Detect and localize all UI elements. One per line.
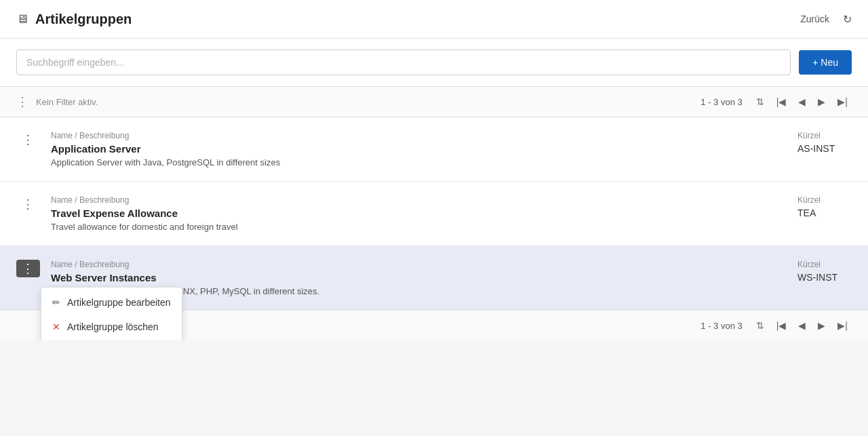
item-description: Application Server with Java, PostgreSQL… (51, 157, 770, 167)
bottom-prev-page-icon[interactable]: ◀ (794, 317, 810, 334)
bottom-last-page-icon[interactable]: ▶| (833, 317, 852, 334)
item-badge-area: Kürzel WS-INST (770, 260, 852, 283)
edit-menu-item[interactable]: ✏ Artikelgruppe bearbeiten (41, 290, 182, 315)
row-menu-button[interactable]: ⋮ (16, 260, 40, 277)
search-bar: + Neu (0, 39, 868, 87)
badge-label: Kürzel (797, 131, 852, 140)
badge-value: WS-INST (797, 272, 852, 283)
col-label: Name / Beschreibung (51, 195, 770, 205)
row-menu-button[interactable]: ⋮ (16, 131, 40, 148)
item-content: Name / Beschreibung Travel Expense Allow… (51, 195, 770, 232)
bottom-sort-icon[interactable]: ⇅ (752, 317, 768, 334)
item-description: Travel allowance for domestic and foreig… (51, 222, 770, 232)
badge-value: TEA (797, 207, 852, 218)
item-name: Application Server (51, 143, 770, 155)
context-menu: ✏ Artikelgruppe bearbeiten ✕ Artikelgrup… (41, 287, 182, 340)
item-badge-area: Kürzel AS-INST (770, 131, 852, 154)
delete-menu-item[interactable]: ✕ Artikelgruppe löschen (41, 315, 182, 339)
bottom-first-page-icon[interactable]: |◀ (772, 317, 791, 334)
toolbar-options-icon[interactable]: ⋮ (16, 94, 29, 109)
new-button[interactable]: + Neu (799, 50, 852, 75)
delete-label: Artikelgruppe löschen (67, 321, 159, 332)
toolbar-right: 1 - 3 von 3 ⇅ |◀ ◀ ▶ ▶| (701, 94, 852, 110)
badge-label: Kürzel (797, 195, 852, 205)
app-icon: 🖥 (16, 12, 28, 26)
edit-icon: ✏ (52, 297, 60, 308)
table-row: ⋮ Name / Beschreibung Travel Expense All… (0, 182, 868, 246)
item-name: Travel Expense Allowance (51, 207, 770, 219)
badge-value: AS-INST (797, 143, 852, 154)
col-label: Name / Beschreibung (51, 131, 770, 140)
toolbar-left: ⋮ Kein Filter aktiv. (16, 94, 98, 109)
bottom-toolbar-right: 1 - 3 von 3 ⇅ |◀ ◀ ▶ ▶| (701, 317, 852, 334)
filter-status: Kein Filter aktiv. (36, 97, 98, 107)
header-right: Zurück ↻ (795, 11, 852, 27)
page-title: Artikelgruppen (35, 12, 132, 27)
row-menu-button[interactable]: ⋮ (16, 195, 40, 213)
search-input[interactable] (16, 49, 791, 75)
refresh-icon[interactable]: ↻ (843, 13, 852, 26)
app-header: 🖥 Artikelgruppen Zurück ↻ (0, 0, 868, 39)
badge-label: Kürzel (797, 260, 852, 269)
delete-icon: ✕ (52, 321, 60, 332)
edit-label: Artikelgruppe bearbeiten (67, 297, 171, 308)
bottom-next-page-icon[interactable]: ▶ (814, 317, 829, 334)
next-page-icon[interactable]: ▶ (814, 94, 829, 110)
first-page-icon[interactable]: |◀ (772, 94, 791, 110)
item-name: Web Server Instances (51, 272, 770, 283)
pagination-info: 1 - 3 von 3 (701, 97, 742, 107)
table-row: ⋮ Name / Beschreibung Web Server Instanc… (0, 246, 868, 310)
item-list: ⋮ Name / Beschreibung Application Server… (0, 117, 868, 310)
prev-page-icon[interactable]: ◀ (794, 94, 810, 110)
item-badge-area: Kürzel TEA (770, 195, 852, 218)
last-page-icon[interactable]: ▶| (833, 94, 852, 110)
bottom-pagination-info: 1 - 3 von 3 (701, 321, 742, 331)
sort-icon[interactable]: ⇅ (752, 94, 768, 110)
col-label: Name / Beschreibung (51, 260, 770, 269)
header-left: 🖥 Artikelgruppen (16, 12, 132, 27)
item-content: Name / Beschreibung Application Server A… (51, 131, 770, 167)
toolbar: ⋮ Kein Filter aktiv. 1 - 3 von 3 ⇅ |◀ ◀ … (0, 87, 868, 117)
table-row: ⋮ Name / Beschreibung Application Server… (0, 117, 868, 182)
back-button[interactable]: Zurück (795, 11, 835, 27)
